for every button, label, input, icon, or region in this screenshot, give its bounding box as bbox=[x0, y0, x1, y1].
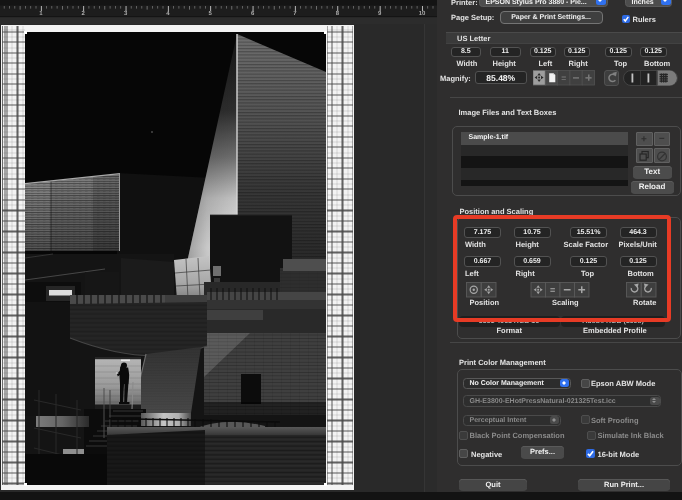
svg-text:10: 10 bbox=[419, 10, 426, 17]
svg-text:=: = bbox=[561, 73, 566, 83]
